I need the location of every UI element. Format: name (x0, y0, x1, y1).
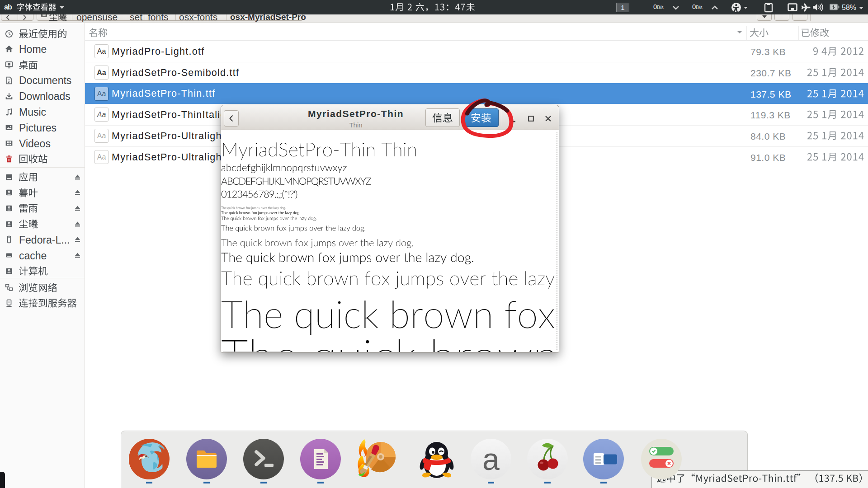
svg-text:a: a (482, 442, 500, 476)
